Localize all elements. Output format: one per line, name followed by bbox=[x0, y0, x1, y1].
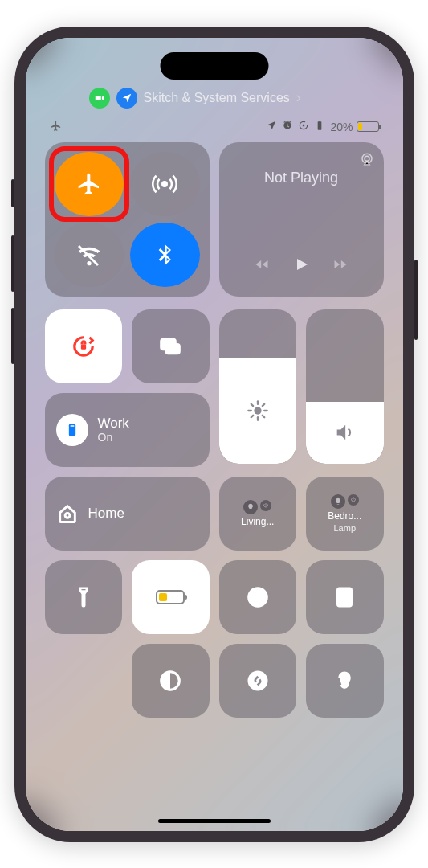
battery-status: 20% bbox=[330, 121, 378, 133]
svg-rect-4 bbox=[166, 344, 179, 353]
control-center: Skitch & System Services › 20% bbox=[26, 38, 403, 831]
status-airplane-icon bbox=[50, 120, 62, 134]
record-icon bbox=[246, 585, 270, 609]
dark-mode-icon bbox=[158, 669, 182, 693]
brightness-slider[interactable] bbox=[219, 309, 297, 464]
bulb-icon bbox=[331, 494, 345, 509]
airplane-icon bbox=[76, 171, 102, 197]
low-power-status-icon bbox=[314, 120, 325, 133]
svg-point-25 bbox=[344, 599, 346, 601]
power-icon bbox=[348, 494, 359, 506]
privacy-indicator-row[interactable]: Skitch & System Services › bbox=[89, 88, 384, 108]
control-grid: Not Playing bbox=[45, 142, 384, 718]
svg-point-24 bbox=[340, 599, 343, 601]
shazam-icon bbox=[246, 669, 270, 693]
home-button[interactable]: Home bbox=[45, 477, 210, 551]
side-button-vol-down bbox=[11, 308, 14, 364]
calculator-button[interactable] bbox=[306, 560, 384, 634]
chevron-right-icon: › bbox=[296, 89, 301, 106]
orientation-lock-toggle[interactable] bbox=[45, 309, 123, 383]
media-play-button[interactable] bbox=[291, 255, 311, 277]
svg-point-18 bbox=[254, 593, 262, 601]
ear-icon bbox=[332, 669, 357, 693]
focus-toggle[interactable]: Work On bbox=[45, 393, 210, 467]
svg-rect-20 bbox=[340, 590, 349, 593]
accessory-bedroom[interactable]: Bedro... Lamp bbox=[306, 477, 384, 551]
focus-subtitle: On bbox=[98, 431, 129, 444]
svg-point-27 bbox=[340, 602, 343, 604]
focus-title: Work bbox=[98, 416, 129, 432]
dark-mode-toggle[interactable] bbox=[132, 644, 210, 718]
hearing-button[interactable] bbox=[306, 644, 384, 718]
home-indicator[interactable] bbox=[158, 819, 271, 823]
side-button-power bbox=[414, 260, 418, 340]
accessory-living[interactable]: Living... bbox=[219, 477, 297, 551]
screen-mirroring-button[interactable] bbox=[132, 309, 210, 383]
orientation-lock-status-icon bbox=[298, 120, 309, 133]
cellular-data-toggle[interactable] bbox=[130, 152, 200, 216]
side-button-vol-up bbox=[11, 235, 14, 292]
svg-line-11 bbox=[263, 416, 264, 417]
svg-point-22 bbox=[344, 596, 346, 598]
svg-point-21 bbox=[340, 596, 343, 598]
flashlight-icon bbox=[71, 585, 96, 609]
alarm-status-icon bbox=[282, 120, 293, 133]
screen-record-button[interactable] bbox=[219, 560, 297, 634]
flashlight-button[interactable] bbox=[45, 560, 123, 634]
svg-rect-2 bbox=[81, 344, 86, 349]
orientation-lock-icon bbox=[71, 334, 96, 358]
svg-point-26 bbox=[347, 599, 349, 601]
wifi-off-icon bbox=[76, 242, 102, 268]
location-indicator-icon bbox=[116, 88, 137, 108]
svg-point-1 bbox=[365, 156, 369, 161]
bluetooth-icon bbox=[152, 242, 177, 268]
svg-rect-15 bbox=[70, 425, 74, 427]
screen: Skitch & System Services › 20% bbox=[26, 38, 403, 831]
location-status-icon bbox=[266, 120, 277, 133]
svg-line-10 bbox=[251, 404, 252, 406]
shazam-button[interactable] bbox=[219, 644, 297, 718]
side-button-silence bbox=[11, 179, 14, 207]
home-label: Home bbox=[88, 506, 124, 522]
media-title: Not Playing bbox=[230, 170, 373, 186]
battery-icon bbox=[357, 121, 379, 132]
accessory-label: Bedro... bbox=[328, 510, 361, 522]
bulb-icon bbox=[243, 500, 258, 514]
volume-icon bbox=[333, 421, 356, 444]
home-icon bbox=[56, 502, 79, 525]
accessory-label: Living... bbox=[241, 516, 274, 527]
media-prev-button[interactable] bbox=[254, 256, 270, 276]
camera-indicator-icon bbox=[89, 88, 110, 108]
screen-mirroring-icon bbox=[158, 334, 182, 358]
phone-frame: Skitch & System Services › 20% bbox=[14, 27, 414, 842]
svg-line-13 bbox=[263, 404, 264, 406]
svg-point-28 bbox=[344, 602, 346, 604]
svg-point-23 bbox=[347, 596, 349, 598]
power-icon bbox=[260, 500, 271, 511]
brightness-icon bbox=[247, 399, 269, 422]
battery-percent-label: 20% bbox=[330, 121, 353, 133]
airplay-icon[interactable] bbox=[360, 152, 374, 170]
svg-line-12 bbox=[251, 416, 252, 417]
connectivity-module[interactable] bbox=[45, 142, 210, 297]
privacy-indicator-label: Skitch & System Services bbox=[144, 91, 290, 105]
status-bar: 20% bbox=[45, 117, 384, 142]
svg-point-16 bbox=[65, 513, 70, 518]
focus-badge-icon bbox=[56, 414, 88, 446]
battery-icon bbox=[156, 590, 185, 604]
svg-point-29 bbox=[347, 602, 349, 604]
media-next-button[interactable] bbox=[332, 256, 349, 276]
media-module[interactable]: Not Playing bbox=[219, 142, 384, 297]
wifi-toggle[interactable] bbox=[55, 223, 124, 287]
svg-point-31 bbox=[247, 670, 267, 690]
calculator-icon bbox=[332, 585, 357, 609]
low-power-mode-toggle[interactable] bbox=[132, 560, 210, 634]
svg-point-5 bbox=[254, 407, 261, 415]
antenna-icon bbox=[152, 171, 177, 197]
accessory-sublabel: Lamp bbox=[333, 523, 356, 533]
airplane-mode-toggle[interactable] bbox=[55, 152, 124, 216]
bluetooth-toggle[interactable] bbox=[130, 223, 200, 287]
dynamic-island bbox=[160, 52, 268, 80]
volume-slider[interactable] bbox=[306, 309, 384, 464]
